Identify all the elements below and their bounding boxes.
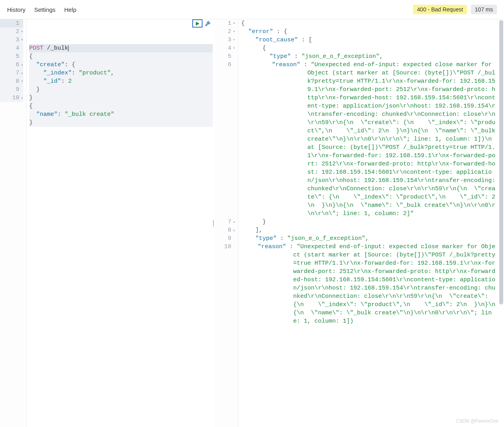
gutter-line: 7▴ — [0, 69, 23, 77]
status-badge: 400 - Bad Request — [413, 5, 467, 14]
code-line[interactable]: "error" : { — [241, 28, 504, 36]
code-line[interactable]: "_index": "product", — [29, 69, 213, 77]
code-line[interactable]: "reason" : "Unexpected end-of-input: exp… — [241, 61, 504, 218]
code-line[interactable]: } — [241, 218, 504, 226]
gutter-line: 10▴ — [0, 94, 23, 102]
gutter-line: 9 — [0, 85, 23, 94]
menu-right: 400 - Bad Request 107 ms — [413, 5, 497, 14]
menu-settings[interactable]: Settings — [34, 6, 56, 13]
editor-container: 12▾3▾456▴7▴8▾910▴ POST /_bulk{ "create":… — [0, 19, 504, 427]
gutter-line: 8▾ — [0, 77, 23, 85]
gutter-line: 1▾ — [214, 19, 235, 28]
svg-marker-0 — [196, 22, 199, 26]
response-pane[interactable]: 1▾2▾3▾4▾567▴8▴910 { "error" : { "root_ca… — [214, 19, 504, 427]
tools-button[interactable] — [203, 19, 213, 28]
watermark: CSDN @FeenixOne — [456, 418, 498, 424]
gutter-line: 6 — [214, 61, 235, 218]
gutter-line: 3▾ — [0, 36, 23, 44]
code-line[interactable]: "reason" : "Unexpected end-of-input: exp… — [241, 243, 504, 325]
gutter-line: 2▾ — [214, 28, 235, 36]
request-pane[interactable]: 12▾3▾456▴7▴8▾910▴ POST /_bulk{ "create":… — [0, 19, 213, 427]
menu-left: History Settings Help — [7, 6, 76, 13]
wrench-icon — [205, 20, 211, 27]
code-line[interactable]: ], — [241, 226, 504, 234]
gutter-line: 1 — [0, 19, 23, 28]
code-line[interactable]: "type" : "json_e_o_f_exception", — [241, 234, 504, 243]
response-gutter: 1▾2▾3▾4▾567▴8▴910 — [214, 19, 239, 427]
code-line[interactable]: { — [29, 102, 213, 110]
gutter-line: 4 — [0, 44, 23, 52]
code-line[interactable]: POST /_bulk — [29, 44, 213, 52]
menu-help[interactable]: Help — [64, 6, 76, 13]
response-time-badge: 107 ms — [471, 5, 497, 14]
code-line[interactable]: { — [241, 44, 504, 52]
request-actions — [192, 19, 213, 28]
run-button[interactable] — [192, 19, 203, 28]
request-gutter: 12▾3▾456▴7▴8▾910▴ — [0, 19, 27, 427]
code-line[interactable]: { — [29, 52, 213, 61]
code-line[interactable]: "create": { — [29, 61, 213, 69]
gutter-line: 8▴ — [214, 226, 235, 234]
gutter-line: 5 — [0, 52, 23, 61]
code-line[interactable]: "name": "_bulk create" — [29, 110, 213, 119]
top-bar: History Settings Help 400 - Bad Request … — [0, 0, 504, 19]
code-line[interactable]: } — [29, 85, 213, 94]
code-line[interactable]: "type" : "json_e_o_f_exception", — [241, 52, 504, 61]
code-line[interactable]: { — [241, 19, 504, 28]
code-line[interactable]: } — [29, 94, 213, 102]
scrollbar[interactable] — [499, 20, 503, 426]
request-code[interactable]: POST /_bulk{ "create": { "_index": "prod… — [27, 19, 213, 427]
gutter-line: 6▴ — [0, 61, 23, 69]
code-line[interactable]: } — [29, 119, 213, 127]
menu-history[interactable]: History — [7, 6, 26, 13]
scrollbar-thumb[interactable] — [499, 20, 503, 304]
gutter-line: 5 — [214, 52, 235, 61]
response-code[interactable]: { "error" : { "root_cause" : [ { "type" … — [239, 19, 504, 427]
gutter-line: 2▾ — [0, 28, 23, 36]
gutter-line: 9 — [214, 234, 235, 243]
code-line[interactable]: "root_cause" : [ — [241, 36, 504, 44]
gutter-line: 3▾ — [214, 36, 235, 44]
gutter-line: 10 — [214, 243, 235, 325]
code-line[interactable]: "_id": 2 — [29, 77, 213, 85]
play-icon — [195, 21, 200, 26]
gutter-line: 7▴ — [214, 218, 235, 226]
gutter-line: 4▾ — [214, 44, 235, 52]
